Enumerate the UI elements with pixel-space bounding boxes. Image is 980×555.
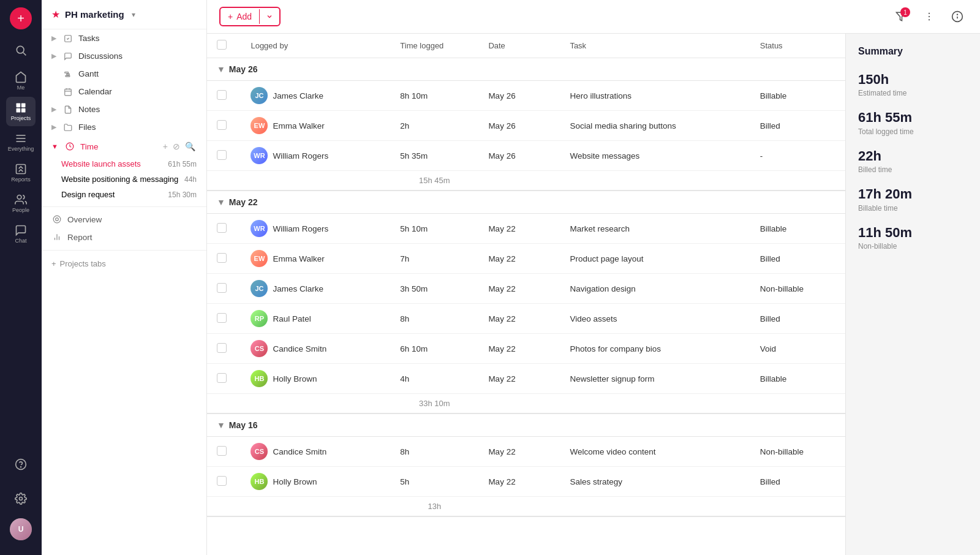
sidebar-item-discussions[interactable]: ▶ Discussions bbox=[42, 47, 206, 65]
row-checkbox[interactable] bbox=[217, 313, 227, 323]
svg-rect-16 bbox=[67, 74, 70, 75]
row-checkbox-cell bbox=[207, 111, 241, 141]
row-checkbox[interactable] bbox=[217, 373, 227, 383]
table-row[interactable]: CS Candice Smitn 8h May 22 Welcome video… bbox=[207, 437, 845, 467]
table-row[interactable]: HB Holly Brown 5h May 22 Sales strategy … bbox=[207, 467, 845, 497]
summary-value: 11h 50m bbox=[858, 225, 968, 241]
row-time-cell: 8h bbox=[390, 437, 478, 467]
notes-label: Notes bbox=[78, 105, 197, 114]
table-row[interactable]: HB Holly Brown 4h May 22 Newsletter sign… bbox=[207, 364, 845, 394]
row-status-cell: Billed bbox=[750, 304, 845, 334]
row-status-cell: - bbox=[750, 141, 845, 171]
row-task-cell: Welcome video content bbox=[560, 437, 750, 467]
time-filter-btn[interactable]: ⊘ bbox=[172, 140, 181, 153]
nav-help[interactable] bbox=[6, 450, 36, 479]
top-toolbar: + Add 1 bbox=[207, 0, 980, 34]
user-avatar[interactable]: U bbox=[10, 518, 32, 540]
user-name: James Clarke bbox=[273, 284, 323, 293]
row-user-cell: EW Emma Walker bbox=[241, 244, 390, 274]
report-label: Report bbox=[67, 233, 92, 242]
nav-reports[interactable]: Reports bbox=[6, 158, 36, 187]
toolbar-right: 1 bbox=[891, 6, 968, 27]
nav-search[interactable] bbox=[6, 36, 36, 65]
table-row[interactable]: RP Raul Patel 8h May 22 Video assets Bil… bbox=[207, 304, 845, 334]
sidebar-item-time[interactable]: ▼ Time + ⊘ 🔍 bbox=[42, 136, 206, 157]
filter-button[interactable]: 1 bbox=[891, 6, 911, 27]
icon-bar: + Me Projects Everything Reports People … bbox=[0, 0, 42, 555]
svg-rect-5 bbox=[21, 108, 26, 113]
sidebar-item-tasks[interactable]: ▶ Tasks bbox=[42, 29, 206, 47]
sidebar-item-calendar[interactable]: Calendar bbox=[42, 83, 206, 100]
time-entry-duration: 15h 30m bbox=[168, 191, 197, 199]
group-toggle[interactable]: ▼ bbox=[217, 64, 225, 74]
more-options-button[interactable] bbox=[919, 6, 940, 27]
time-entry-website-launch[interactable]: Website launch assets 61h 55m bbox=[42, 157, 206, 172]
group-toggle[interactable]: ▼ bbox=[217, 197, 225, 207]
row-checkbox[interactable] bbox=[217, 223, 227, 233]
gantt-label: Gantt bbox=[78, 69, 197, 78]
nav-me[interactable]: Me bbox=[6, 66, 36, 96]
nav-chat[interactable]: Chat bbox=[6, 219, 36, 249]
sidebar-item-notes[interactable]: ▶ Notes bbox=[42, 100, 206, 118]
sidebar-item-files[interactable]: ▶ Files bbox=[42, 118, 206, 136]
table-row[interactable]: JC James Clarke 3h 50m May 22 Navigation… bbox=[207, 274, 845, 304]
tasks-label: Tasks bbox=[78, 34, 197, 43]
notification-badge: 1 bbox=[900, 7, 910, 17]
nav-projects[interactable]: Projects bbox=[6, 97, 36, 126]
summary-item: 11h 50m Non-billable bbox=[858, 225, 968, 251]
row-time-cell: 6h 10m bbox=[390, 334, 478, 364]
row-checkbox[interactable] bbox=[217, 343, 227, 353]
time-log-table-area: Logged by Time logged Date Task Status bbox=[207, 34, 845, 555]
tasks-icon bbox=[62, 34, 74, 43]
table-row[interactable]: JC James Clarke 8h 10m May 26 Hero illus… bbox=[207, 81, 845, 111]
select-all-checkbox[interactable] bbox=[217, 40, 227, 50]
table-row[interactable]: EW Emma Walker 7h May 22 Product page la… bbox=[207, 244, 845, 274]
row-user-cell: CS Candice Smitn bbox=[241, 334, 390, 364]
group-row: ▼May 26 bbox=[207, 58, 845, 81]
nav-everything[interactable]: Everything bbox=[6, 127, 36, 157]
time-entry-website-positioning[interactable]: Website positioning & messaging 44h bbox=[42, 172, 206, 187]
arrow-icon: ▶ bbox=[51, 34, 56, 42]
user-name: Emma Walker bbox=[273, 254, 324, 263]
global-add-button[interactable]: + bbox=[10, 7, 32, 29]
col-time-header: Time logged bbox=[390, 34, 478, 58]
group-toggle[interactable]: ▼ bbox=[217, 420, 225, 430]
add-project-tabs-button[interactable]: + Projects tabs bbox=[42, 254, 206, 273]
add-dropdown-btn[interactable] bbox=[259, 9, 279, 24]
project-header[interactable]: ★ PH marketing ▾ bbox=[42, 0, 206, 29]
row-checkbox[interactable] bbox=[217, 90, 227, 100]
info-button[interactable] bbox=[947, 6, 968, 27]
time-search-btn[interactable]: 🔍 bbox=[184, 140, 197, 153]
table-row[interactable]: WR William Rogers 5h 35m May 26 Website … bbox=[207, 141, 845, 171]
sidebar-item-overview[interactable]: Overview bbox=[42, 211, 206, 228]
nav-people[interactable]: People bbox=[6, 189, 36, 218]
row-time-cell: 3h 50m bbox=[390, 274, 478, 304]
summary-label: Billed time bbox=[858, 165, 968, 174]
row-date-cell: May 22 bbox=[478, 437, 560, 467]
row-checkbox[interactable] bbox=[217, 120, 227, 130]
row-checkbox[interactable] bbox=[217, 150, 227, 160]
add-button-group: + Add bbox=[219, 7, 281, 26]
time-entry-duration: 44h bbox=[184, 175, 197, 184]
row-checkbox[interactable] bbox=[217, 283, 227, 293]
summary-item: 150h Estimated time bbox=[858, 72, 968, 97]
table-row[interactable]: WR William Rogers 5h 10m May 22 Market r… bbox=[207, 214, 845, 244]
table-row[interactable]: EW Emma Walker 2h May 26 Social media sh… bbox=[207, 111, 845, 141]
discussions-icon bbox=[62, 52, 74, 61]
summary-label: Billable time bbox=[858, 204, 968, 213]
time-label: Time bbox=[80, 142, 157, 151]
nav-settings[interactable] bbox=[6, 484, 36, 513]
time-entry-design-request[interactable]: Design request 15h 30m bbox=[42, 187, 206, 203]
table-row[interactable]: CS Candice Smitn 6h 10m May 22 Photos fo… bbox=[207, 334, 845, 364]
add-main-btn[interactable]: + Add bbox=[221, 8, 259, 25]
row-checkbox[interactable] bbox=[217, 446, 227, 456]
row-checkbox-cell bbox=[207, 467, 241, 497]
subtotal-value: 33h 10m bbox=[390, 394, 478, 414]
row-date-cell: May 22 bbox=[478, 214, 560, 244]
row-checkbox[interactable] bbox=[217, 476, 227, 486]
sidebar-item-gantt[interactable]: Gantt bbox=[42, 65, 206, 83]
row-checkbox[interactable] bbox=[217, 253, 227, 263]
sidebar-item-report[interactable]: Report bbox=[42, 228, 206, 246]
svg-point-10 bbox=[17, 195, 21, 200]
time-add-btn[interactable]: + bbox=[162, 140, 169, 153]
